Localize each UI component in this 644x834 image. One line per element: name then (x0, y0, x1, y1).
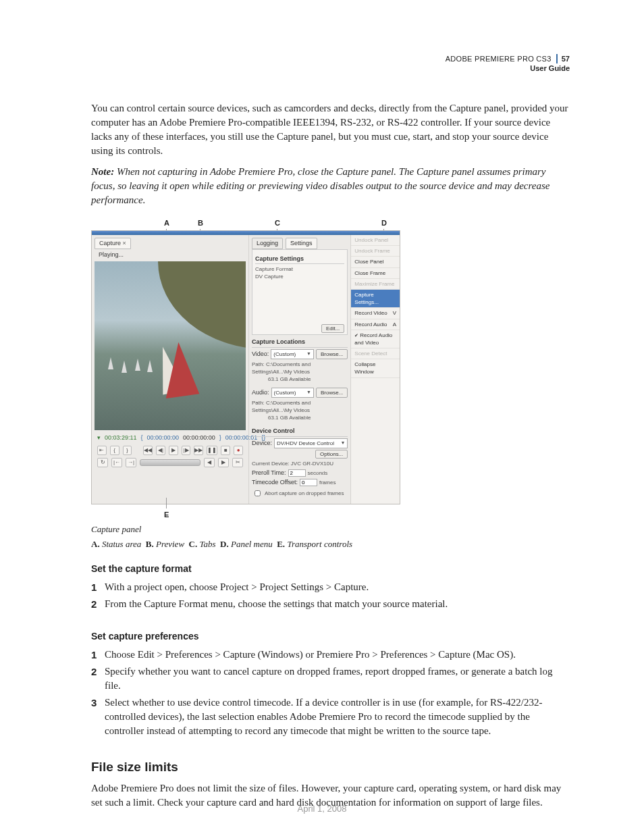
preview-monitor (95, 261, 246, 430)
menu-record-audio[interactable]: Record AudioA (351, 319, 400, 330)
capture-format-value: DV Capture (255, 273, 344, 280)
menu-collapse[interactable]: Collapse Window (351, 359, 400, 377)
page-header: ADOBE PREMIERE PRO CS3 57 User Guide (446, 54, 570, 74)
note-paragraph: Note: When not capturing in Adobe Premie… (91, 165, 570, 207)
callout-A: A (164, 218, 169, 228)
menu-capture-settings[interactable]: Capture Settings... (351, 290, 400, 308)
heading-file-size: File size limits (91, 758, 570, 777)
btn-rewind[interactable]: ◀◀ (143, 446, 153, 455)
note-label: Note: (91, 166, 114, 177)
btn-pause[interactable]: ❚❚ (207, 446, 217, 455)
prefs-step-2: 2Specify whether you want to cancel capt… (91, 664, 570, 693)
video-label: Video: (252, 350, 269, 359)
video-browse-button[interactable]: Browse... (316, 349, 348, 359)
status-text: Playing... (95, 249, 246, 261)
audio-available: 63.1 GB Available (268, 414, 348, 421)
btn-step-back[interactable]: ◀| (156, 446, 165, 455)
menu-undock-frame[interactable]: Undock Frame (351, 246, 400, 257)
capture-format-label: Capture Format (255, 265, 344, 273)
preroll-input[interactable] (288, 469, 306, 477)
abort-checkbox[interactable] (254, 490, 261, 496)
btn-play[interactable]: ▶ (169, 446, 178, 455)
prefs-step-3: 3Select whether to use device control ti… (91, 696, 570, 738)
page-number: 57 (556, 54, 570, 63)
capture-locations-header: Capture Locations (252, 338, 348, 348)
video-path-text: Path: C:\Documents and Settings\All...\M… (252, 361, 348, 375)
btn-jog-back[interactable]: ◀ (204, 458, 215, 467)
timecode-row: ▾ 00:03:29:11 { 00:00:00:00 00:00:00:00 … (95, 432, 246, 444)
menu-record-av[interactable]: Record Audio and Video (351, 330, 400, 348)
tab-logging[interactable]: Logging (252, 238, 283, 249)
transport-controls-row1: ⇤ { } ◀◀ ◀| ▶ |▶ ▶▶ ❚❚ ■ ● (95, 444, 246, 457)
btn-set-in[interactable]: { (110, 446, 119, 455)
capture-settings-header: Capture Settings (255, 255, 344, 265)
btn-loop[interactable]: ↻ (97, 458, 108, 467)
callout-B: B (198, 218, 203, 228)
btn-goto-in[interactable]: |← (111, 458, 122, 467)
audio-label: Audio: (252, 388, 269, 397)
current-device-text: Current Device: JVC GR-DVX10U (252, 460, 348, 467)
btn-prev-scene[interactable]: ⇤ (97, 446, 107, 455)
callout-E: E (164, 510, 169, 520)
subhead-set-format: Set the capture format (91, 563, 570, 576)
menu-record-video[interactable]: Record VideoV (351, 308, 400, 319)
btn-scene-detect-icon[interactable]: ✂ (232, 458, 243, 467)
menu-close-panel[interactable]: Close Panel (351, 257, 400, 267)
audio-browse-button[interactable]: Browse... (316, 388, 348, 398)
figure-caption: Capture panel (91, 523, 570, 536)
device-control-header: Device Control (252, 427, 348, 437)
footer-date: April 1, 2008 (0, 804, 644, 814)
video-available: 63.1 GB Available (268, 375, 348, 383)
edit-button[interactable]: Edit... (321, 324, 344, 333)
btn-jog-fwd[interactable]: ▶ (218, 458, 229, 467)
tcoffset-input[interactable] (300, 479, 317, 486)
capture-panel-screenshot: Capture Playing... (91, 230, 400, 504)
format-step-1: 1With a project open, choose Project > P… (91, 580, 570, 594)
btn-record[interactable]: ● (234, 446, 243, 455)
options-button[interactable]: Options... (315, 450, 348, 459)
btn-ffwd[interactable]: ▶▶ (194, 446, 203, 455)
panel-menu: Undock Panel Undock Frame Close Panel Cl… (350, 235, 400, 504)
guide-label: User Guide (530, 64, 570, 72)
audio-path-text: Path: C:\Documents and Settings\All...\M… (252, 399, 348, 414)
figure-legend: A. Status area B. Preview C. Tabs D. Pan… (91, 538, 570, 550)
tcoffset-label: Timecode Offset: (252, 478, 298, 487)
btn-goto-out[interactable]: →| (126, 458, 136, 467)
note-text: When not capturing in Adobe Premiere Pro… (91, 166, 549, 205)
preroll-label: Preroll Time: (252, 469, 286, 477)
video-path-dropdown[interactable]: (Custom) (271, 349, 314, 359)
tc-dur: 00:00:00:00 (183, 434, 215, 442)
btn-set-out[interactable]: } (123, 446, 132, 455)
callouts-top: A B C D (91, 218, 399, 230)
tc-current: 00:03:29:11 (105, 434, 137, 442)
menu-undock-panel[interactable]: Undock Panel (351, 235, 400, 246)
btn-step-fwd[interactable]: |▶ (182, 446, 191, 455)
callout-D: D (381, 218, 387, 228)
menu-close-frame[interactable]: Close Frame (351, 268, 400, 279)
menu-scene-detect[interactable]: Scene Detect (351, 348, 400, 359)
device-dropdown[interactable]: DV/HDV Device Control (274, 438, 348, 448)
tcoffset-unit: frames (319, 479, 336, 486)
format-step-2: 2From the Capture Format menu, choose th… (91, 597, 570, 611)
shuttle-slider[interactable] (140, 459, 200, 466)
tab-capture[interactable]: Capture (95, 238, 131, 249)
transport-controls-row2: ↻ |← →| ◀ ▶ ✂ (95, 457, 246, 469)
intro-paragraph: You can control certain source devices, … (91, 101, 570, 158)
prefs-step-1: 1Choose Edit > Preferences > Capture (Wi… (91, 648, 570, 662)
device-label: Device: (252, 439, 272, 448)
tab-settings[interactable]: Settings (286, 238, 317, 249)
subhead-set-prefs: Set capture preferences (91, 630, 570, 644)
btn-stop[interactable]: ■ (221, 446, 230, 455)
tc-in: 00:00:00:00 (147, 434, 180, 442)
audio-path-dropdown[interactable]: (Custom) (271, 388, 314, 398)
menu-maximize[interactable]: Maximize Frame (351, 279, 400, 290)
callouts-bottom: E (91, 504, 399, 518)
figure-capture-panel: A B C D Capture Playing... (91, 218, 570, 550)
abort-label: Abort capture on dropped frames (265, 490, 344, 497)
product-name: ADOBE PREMIERE PRO CS3 (446, 55, 552, 63)
callout-C: C (275, 218, 280, 228)
preroll-unit: seconds (308, 469, 328, 477)
